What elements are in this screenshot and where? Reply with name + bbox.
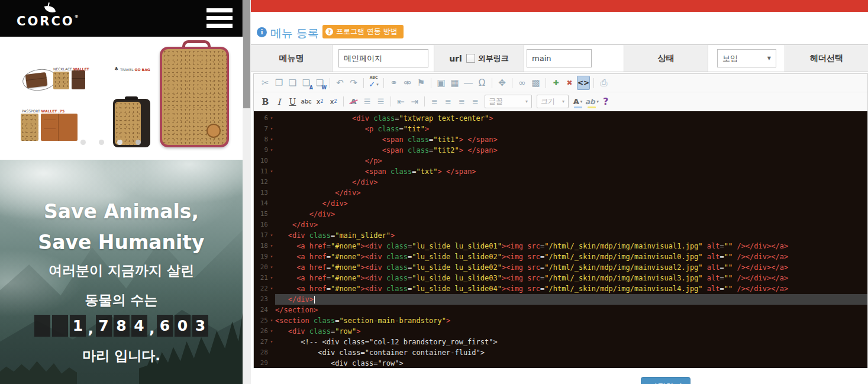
slider-dot-3[interactable] <box>117 140 122 145</box>
paste-word-icon[interactable]: ❏W <box>314 76 326 90</box>
strikethrough-icon[interactable]: abc <box>300 95 312 109</box>
program-link-help-button[interactable]: ? 프로그램 연동 방법 <box>322 25 404 38</box>
text-color-icon[interactable]: A▾ <box>572 95 584 109</box>
code-line-24[interactable]: 24</section> <box>254 305 867 315</box>
travel-go-bag-image[interactable] <box>160 47 229 147</box>
source-code-area[interactable]: 6▾ <div class="txtwrap text-center">7▾ <… <box>254 111 867 368</box>
code-line-19[interactable]: 19▾ <a href="#none"><div class="lu_slide… <box>254 251 867 262</box>
fold-arrow-icon[interactable]: ▾ <box>268 337 275 347</box>
image-icon[interactable]: ▣ <box>435 76 447 90</box>
code-line-12[interactable]: 12 </div> <box>254 177 867 188</box>
code-line-20[interactable]: 20▾ <a href="#none"><div class="lu_slide… <box>254 262 867 273</box>
fold-arrow-icon[interactable]: ▾ <box>268 283 275 294</box>
maximize-icon[interactable]: ✥ <box>496 76 508 90</box>
fold-arrow-icon[interactable]: ▾ <box>268 145 275 156</box>
fold-arrow-icon[interactable]: ▾ <box>268 124 275 134</box>
code-line-11[interactable]: 11▾ <span class="txt"> </span> <box>254 166 867 177</box>
find-icon[interactable]: ∞ <box>516 76 528 90</box>
cork-wallet-image[interactable] <box>53 72 69 89</box>
fold-arrow-icon[interactable]: ▾ <box>268 326 275 337</box>
align-justify-icon[interactable]: ≡ <box>469 95 482 109</box>
copy-icon[interactable]: ❐ <box>273 76 285 90</box>
hamburger-menu-icon[interactable] <box>206 8 233 28</box>
pane-scrollbar[interactable] <box>243 0 251 384</box>
save-button[interactable]: 저장하기 <box>641 377 690 384</box>
size-dropdown[interactable]: 크기▾ <box>537 95 569 108</box>
bullet-list-icon[interactable]: ☰ <box>375 95 387 109</box>
necklace-wallet-image[interactable] <box>25 72 48 88</box>
code-line-23[interactable]: 23 </div> <box>254 294 867 305</box>
table-icon[interactable]: ▦ <box>448 76 461 90</box>
align-center-icon[interactable]: ≡ <box>442 95 454 109</box>
code-line-25[interactable]: 25▾<section class="section-main-brandsto… <box>254 315 867 326</box>
print-icon[interactable]: ⎙ <box>598 76 610 90</box>
fold-arrow-icon[interactable]: ▾ <box>268 241 275 251</box>
code-line-7[interactable]: 7▾ <p class="tit"> <box>254 124 867 134</box>
indent-icon[interactable]: ⇥ <box>408 95 421 109</box>
fold-arrow-icon[interactable]: ▾ <box>268 315 275 326</box>
code-line-28[interactable]: 28 <div class="container container-fluid… <box>254 347 867 358</box>
align-right-icon[interactable]: ≡ <box>456 95 468 109</box>
code-line-22[interactable]: 22▾ <a href="#none"><div class="lu_slide… <box>254 283 867 294</box>
bold-icon[interactable]: B <box>259 95 272 109</box>
add-comment-icon[interactable]: ✚ <box>550 76 562 90</box>
menu-name-input[interactable] <box>338 49 428 67</box>
passport-wallet-open-image[interactable] <box>41 114 78 141</box>
code-line-10[interactable]: 10 </p> <box>254 156 867 166</box>
url-input[interactable] <box>527 49 592 67</box>
special-char-icon[interactable]: Ω <box>476 76 488 90</box>
bg-color-icon[interactable]: ab▾ <box>585 95 598 109</box>
fold-arrow-icon[interactable]: ▾ <box>268 251 275 262</box>
scrollbar-thumb[interactable] <box>243 0 250 108</box>
fold-arrow-icon[interactable]: ▾ <box>268 273 275 283</box>
link-icon[interactable]: ⚭ <box>388 76 400 90</box>
code-line-15[interactable]: 15 </div> <box>254 209 867 220</box>
slider-dot-2[interactable] <box>99 140 104 145</box>
slider-dot-1[interactable] <box>80 140 86 145</box>
code-line-14[interactable]: 14 </div> <box>254 198 867 209</box>
code-line-18[interactable]: 18▾ <a href="#none"><div class="lu_slide… <box>254 241 867 251</box>
code-line-21[interactable]: 21▾ <a href="#none"><div class="lu_slide… <box>254 273 867 283</box>
code-line-8[interactable]: 8▾ <span class="tit1"> </span> <box>254 134 867 145</box>
code-line-16[interactable]: 16 </div> <box>254 220 867 230</box>
about-icon[interactable]: ? <box>599 95 612 109</box>
select-all-icon[interactable]: ▩ <box>530 76 542 90</box>
fold-arrow-icon[interactable]: ▾ <box>268 134 275 145</box>
brown-wallet-image[interactable] <box>72 70 85 89</box>
code-line-17[interactable]: 17▾ <div class="main_slider"> <box>254 230 867 241</box>
passport-wallet-cover-image[interactable] <box>21 114 38 141</box>
paste-icon[interactable]: ❏ <box>286 76 299 90</box>
status-select[interactable]: 보임 ▼ <box>717 49 776 67</box>
code-line-9[interactable]: 9▾ <span class="tit2"> </span> <box>254 145 867 156</box>
slider-dot-4[interactable] <box>135 140 141 145</box>
code-line-13[interactable]: 13 </div> <box>254 188 867 198</box>
code-line-6[interactable]: 6▾ <div class="txtwrap text-center"> <box>254 113 867 124</box>
code-line-27[interactable]: 27▾ <!-- <div class="col-12 brandstory_r… <box>254 337 867 347</box>
remove-comment-icon[interactable]: ✖ <box>563 76 576 90</box>
spellcheck-icon[interactable]: ABC✓▾ <box>367 76 380 90</box>
source-icon[interactable]: <> <box>577 76 590 90</box>
paste-text-icon[interactable]: ❏A <box>300 76 312 90</box>
fold-arrow-icon[interactable]: ▾ <box>268 230 275 241</box>
subscript-icon[interactable]: x2 <box>314 95 326 109</box>
fold-arrow-icon[interactable]: ▾ <box>268 262 275 273</box>
fold-arrow-icon[interactable]: ▾ <box>268 166 275 177</box>
code-line-26[interactable]: 26▾ <div class="row"> <box>254 326 867 337</box>
code-line-29[interactable]: 29 <div class="row"> <box>254 358 867 368</box>
font-dropdown[interactable]: 글꼴▾ <box>485 95 532 108</box>
superscript-icon[interactable]: x2 <box>327 95 340 109</box>
corco-logo[interactable]: CORCO® <box>17 2 88 36</box>
italic-icon[interactable]: I <box>273 95 285 109</box>
outdent-icon[interactable]: ⇤ <box>395 95 407 109</box>
horizontal-rule-icon[interactable]: ― <box>462 76 475 90</box>
undo-icon[interactable]: ↶ <box>334 76 346 90</box>
redo-icon[interactable]: ↷ <box>347 76 360 90</box>
underline-icon[interactable]: U <box>286 95 299 109</box>
header-select-cell[interactable]: 헤더선택 <box>785 45 868 72</box>
cut-icon[interactable]: ✂ <box>259 76 272 90</box>
align-left-icon[interactable]: ≡ <box>428 95 441 109</box>
external-link-checkbox[interactable] <box>466 54 475 63</box>
fold-arrow-icon[interactable]: ▾ <box>268 113 275 124</box>
anchor-flag-icon[interactable]: ⚑ <box>415 76 427 90</box>
unlink-icon[interactable]: ⚮ <box>401 76 414 90</box>
